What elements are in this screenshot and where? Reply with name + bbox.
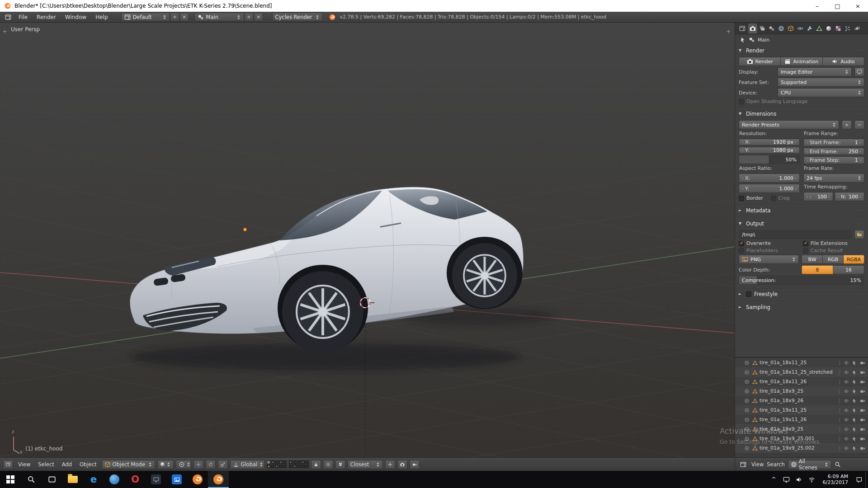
object-name[interactable]: tire_01a_18x9_26 [760, 398, 836, 404]
checkbox[interactable] [739, 196, 744, 201]
dark-app-icon[interactable] [146, 471, 166, 488]
object-name[interactable]: tire_01a_18x11_25 [760, 360, 836, 366]
car-model[interactable] [130, 187, 524, 352]
selectability-toggle[interactable] [851, 359, 858, 366]
collapse-icon[interactable]: ► [739, 292, 743, 296]
outliner-row[interactable]: tire_01a_18x11_25 ¦ [735, 358, 868, 367]
crop-checkbox[interactable]: Crop [771, 195, 800, 201]
resolution-y-field[interactable]: Y:1080 px [739, 147, 800, 154]
delete-scene-button[interactable]: × [255, 13, 263, 21]
freestyle-panel-header[interactable]: ► Freestyle ···· [735, 289, 868, 299]
selectability-toggle[interactable] [851, 369, 858, 375]
visibility-toggle[interactable] [843, 397, 849, 404]
render-button[interactable]: Render [739, 57, 781, 66]
layer-cell[interactable] [279, 460, 283, 464]
file-format-selector[interactable]: PNG [739, 255, 799, 264]
snap-target-button[interactable] [385, 460, 395, 469]
tab-world[interactable] [777, 23, 786, 33]
layer-cell[interactable] [293, 460, 297, 464]
collapse-icon[interactable]: ▼ [739, 221, 743, 225]
selectability-toggle[interactable] [851, 397, 858, 404]
channels-rgba-toggle[interactable]: RGBA [844, 255, 864, 264]
screen-layout-selector[interactable]: Default [121, 13, 170, 21]
add-scene-button[interactable]: + [245, 13, 254, 21]
layer-cell[interactable] [283, 465, 287, 468]
start-button[interactable] [0, 471, 21, 488]
layer-cell[interactable] [297, 465, 301, 468]
border-checkbox[interactable]: Border [739, 195, 768, 201]
object-menu[interactable]: Object [77, 461, 99, 468]
outliner-row[interactable]: tire_01a_18x11_26 ¦ [735, 377, 868, 386]
panel-drag-handle[interactable]: ···· [857, 208, 864, 213]
start-frame-field[interactable]: Start Frame:1 [803, 139, 864, 146]
layers-widget[interactable] [267, 460, 309, 468]
layer-cell[interactable] [289, 460, 292, 464]
visibility-toggle[interactable] [843, 378, 849, 385]
renderability-toggle[interactable] [859, 388, 866, 394]
layer-cell[interactable] [301, 460, 305, 464]
object-name[interactable]: tire_01a_19x9_25 [760, 426, 836, 432]
checkbox-checked[interactable] [803, 241, 808, 246]
selectability-toggle[interactable] [851, 426, 858, 432]
render-presets-selector[interactable]: Render Presets [739, 120, 839, 129]
transform-orientation-selector[interactable]: Global [230, 460, 264, 469]
properties-editor-type-icon[interactable] [737, 23, 748, 33]
layer-cell[interactable] [283, 460, 287, 464]
pin-icon[interactable] [740, 37, 746, 43]
outliner-row[interactable]: tire_01a_19x9_25.001 ¦ [735, 434, 868, 443]
osl-checkbox[interactable]: Open Shading Language [739, 99, 864, 104]
pivot-point-selector[interactable] [176, 460, 191, 469]
placeholders-checkbox[interactable]: Placeholders [739, 248, 800, 253]
outliner-editor-type-icon[interactable] [738, 461, 748, 468]
audio-button[interactable]: Audio [823, 57, 864, 66]
3d-viewport[interactable]: User Persp + + (1) etkc_hood z y View Se… [0, 23, 735, 471]
viewport-canvas[interactable] [0, 23, 735, 457]
output-path-field[interactable]: /tmp\ [739, 230, 852, 239]
renderability-toggle[interactable] [859, 397, 866, 404]
taskbar-clock[interactable]: 6:09 AM 6/23/2017 [818, 471, 853, 488]
tab-particles[interactable] [843, 23, 852, 33]
tray-monitor-icon[interactable] [780, 471, 793, 488]
object-name[interactable]: tire_01a_18x9_25 [760, 388, 836, 394]
tab-constraints[interactable] [796, 23, 805, 33]
layer-cell[interactable] [271, 460, 274, 464]
depth-16-toggle[interactable]: 16 [833, 265, 864, 274]
renderability-toggle[interactable] [859, 378, 866, 385]
browser-app-icon[interactable] [104, 471, 125, 488]
cortana-search-button[interactable] [21, 471, 42, 488]
add-menu[interactable]: Add [59, 461, 75, 468]
blender-taskbar-icon[interactable] [187, 471, 208, 488]
object-name[interactable]: tire_01a_19x9_25.001 [760, 436, 836, 441]
proportional-edit-selector[interactable] [323, 460, 333, 469]
collapse-icon[interactable]: ▼ [739, 48, 743, 52]
outliner-row[interactable]: tire_01a_18x9_25 ¦ [735, 386, 868, 396]
overwrite-checkbox[interactable]: Overwrite [739, 240, 800, 246]
aspect-y-field[interactable]: Y:1.000 [739, 184, 800, 193]
panel-drag-handle[interactable]: ···· [857, 111, 864, 116]
translate-manipulator-toggle[interactable] [193, 460, 203, 469]
blender-running-app-icon[interactable] [208, 471, 229, 488]
panel-drag-handle[interactable]: ···· [857, 291, 864, 296]
tab-scene[interactable] [767, 23, 776, 33]
layer-cell[interactable] [301, 465, 305, 468]
renderability-toggle[interactable] [859, 426, 866, 432]
visibility-toggle[interactable] [843, 416, 849, 423]
tab-texture[interactable] [834, 23, 843, 33]
minimize-button[interactable]: – [807, 0, 827, 12]
selectability-toggle[interactable] [851, 388, 858, 394]
renderability-toggle[interactable] [859, 435, 866, 442]
depth-8-toggle[interactable]: 8 [802, 265, 833, 274]
shading-selector[interactable] [157, 460, 174, 469]
mode-selector[interactable]: Object Mode [102, 460, 155, 469]
collapse-icon[interactable]: ▼ [739, 112, 743, 116]
add-layout-button[interactable]: + [171, 13, 179, 21]
region-expand-left-icon[interactable]: + [2, 28, 7, 35]
panel-drag-handle[interactable]: ···· [857, 48, 864, 53]
outliner-row[interactable]: tire_01a_19x9_25 ¦ [735, 424, 868, 434]
tab-render-layers[interactable] [758, 23, 767, 33]
collapse-icon[interactable]: ► [739, 208, 743, 212]
delete-layout-button[interactable]: × [180, 13, 189, 21]
tab-object-data[interactable] [815, 23, 824, 33]
renderability-toggle[interactable] [859, 407, 866, 413]
outliner-search-menu[interactable]: Search [767, 461, 785, 468]
